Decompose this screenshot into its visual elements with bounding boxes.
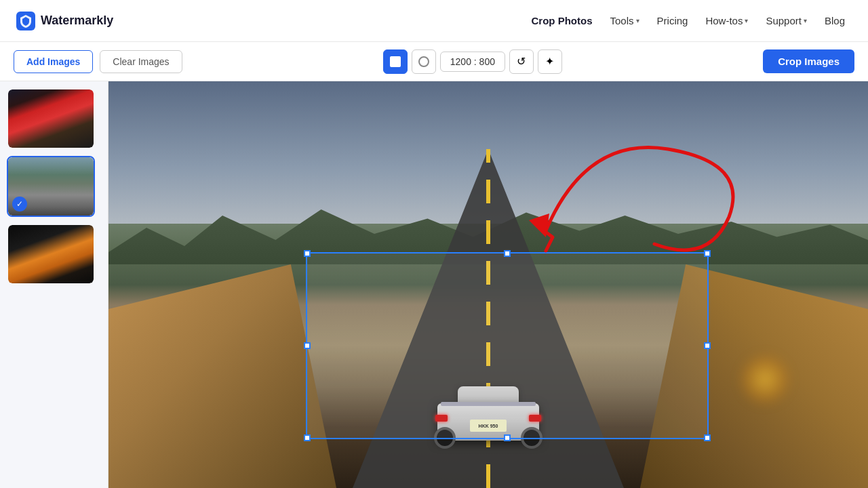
crop-selection-box[interactable] [306,252,709,439]
logo-area: Watermarkly [16,12,113,30]
support-chevron-icon: ▾ [804,17,807,24]
toolbar: Add Images Clear Images 1200 : 800 ↺ ✦ C… [0,42,868,81]
crop-handle-mid-right[interactable] [704,342,711,349]
app-name: Watermarkly [41,14,113,28]
magic-button[interactable]: ✦ [538,49,562,74]
nav-tools[interactable]: Tools ▾ [604,11,646,30]
thumbnail-1-image [8,89,94,148]
circle-icon [418,56,429,67]
main-nav: Crop Photos Tools ▾ Pricing How-tos ▾ Su… [525,11,852,30]
crop-handle-top-mid[interactable] [504,250,511,257]
thumbnail-3-image [8,225,94,283]
main-area: ✓ [0,81,868,488]
circle-shape-button[interactable] [412,49,436,74]
crop-handle-bot-right[interactable] [704,434,711,441]
crop-handle-bot-mid[interactable] [504,434,511,441]
crop-handle-top-left[interactable] [304,250,311,257]
thumbnail-1[interactable] [7,88,95,149]
toolbar-center: 1200 : 800 ↺ ✦ [383,49,562,74]
nav-support[interactable]: Support ▾ [759,11,814,30]
rect-shape-button[interactable] [383,49,408,74]
check-icon: ✓ [16,199,23,209]
thumbnail-3[interactable] [7,224,95,285]
magic-icon: ✦ [545,55,554,68]
add-images-button[interactable]: Add Images [14,50,93,73]
rotate-icon: ↺ [517,55,526,68]
clear-images-button[interactable]: Clear Images [100,50,182,73]
crop-handle-top-right[interactable] [704,250,711,257]
sunlight-effect [738,352,792,407]
how-tos-chevron-icon: ▾ [745,17,748,24]
toolbar-left: Add Images Clear Images [14,50,182,73]
selected-check-badge: ✓ [12,197,27,211]
nav-pricing[interactable]: Pricing [650,11,695,30]
crop-handle-mid-left[interactable] [304,342,311,349]
canvas-area[interactable]: HKK 950 [108,81,868,488]
ratio-display[interactable]: 1200 : 800 [440,52,505,72]
nav-how-tos[interactable]: How-tos ▾ [698,11,755,30]
nav-blog[interactable]: Blog [818,11,852,30]
sidebar: ✓ [0,81,108,488]
rect-icon [390,56,401,67]
logo-icon [16,12,35,30]
crop-images-button[interactable]: Crop Images [763,49,854,73]
header: Watermarkly Crop Photos Tools ▾ Pricing … [0,0,868,42]
ground-left [108,264,336,488]
rotate-button[interactable]: ↺ [509,49,534,74]
nav-crop-photos[interactable]: Crop Photos [525,11,599,30]
crop-handle-bot-left[interactable] [304,434,311,441]
tools-chevron-icon: ▾ [636,17,639,24]
thumbnail-2[interactable]: ✓ [7,156,95,217]
main-image: HKK 950 [108,81,868,488]
